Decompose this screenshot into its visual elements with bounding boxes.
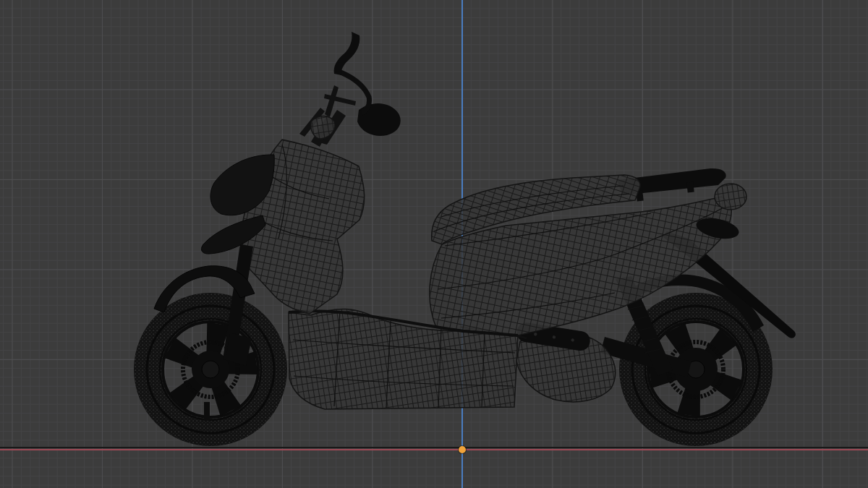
front-stand [204, 402, 210, 421]
viewport-canvas[interactable] [0, 0, 868, 488]
scooter-wireframe-model[interactable] [0, 0, 868, 488]
origin-dot [459, 446, 466, 453]
tail-end-cap [715, 184, 746, 210]
mirror-head [334, 32, 360, 75]
front-wheel[interactable] [134, 293, 287, 446]
brake-levers [299, 94, 356, 139]
